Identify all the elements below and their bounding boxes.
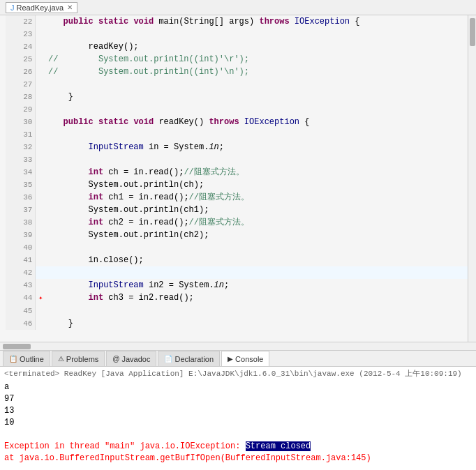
error-marker-cell <box>36 40 45 53</box>
console-line: 13 <box>4 405 472 417</box>
table-row: 38 int ch2 = in.read();//阻塞式方法。 <box>6 216 468 229</box>
tab-javadoc[interactable]: @Javadoc <box>106 351 156 366</box>
code-line <box>45 128 468 141</box>
error-marker: ✦ <box>38 294 43 302</box>
code-line: } <box>45 91 468 103</box>
error-marker-cell <box>36 128 45 141</box>
tab-console[interactable]: ▶Console <box>221 351 269 366</box>
declaration-tab-icon: 📄 <box>164 355 172 363</box>
error-marker-cell <box>36 317 45 330</box>
table-row: 22 public static void main(String[] args… <box>6 15 468 28</box>
table-row: 31 <box>6 128 468 141</box>
table-row: 39 System.out.println(ch2); <box>6 229 468 241</box>
code-line: // System.out.println((int)'\r'); <box>45 53 468 66</box>
line-number: 22 <box>6 15 36 28</box>
code-line <box>45 266 468 279</box>
line-number: 34 <box>6 166 36 179</box>
code-line: int ch2 = in.read();//阻塞式方法。 <box>45 216 468 229</box>
code-line: public static void readKey() throws IOEx… <box>45 116 468 128</box>
line-number: 29 <box>6 103 36 116</box>
error-marker-cell <box>36 166 45 179</box>
error-marker-cell <box>36 15 45 28</box>
code-editor[interactable]: 22 public static void main(String[] args… <box>0 15 468 342</box>
line-number: 38 <box>6 216 36 229</box>
editor-scrollbar-thumb[interactable] <box>3 344 31 349</box>
error-marker-cell <box>36 279 45 291</box>
error-marker-cell <box>36 53 45 66</box>
error-marker-cell <box>36 103 45 116</box>
code-line: System.out.println(ch2); <box>45 229 468 241</box>
problems-tab-label: Problems <box>66 355 98 363</box>
console-line: 97 <box>4 393 472 405</box>
console-line: a <box>4 381 472 393</box>
table-row: 40 <box>6 241 468 254</box>
error-marker-cell <box>36 229 45 241</box>
tab-declaration[interactable]: 📄Declaration <box>158 351 220 366</box>
line-number: 42 <box>6 266 36 279</box>
line-number: 44 <box>6 291 36 305</box>
table-row: 33 <box>6 153 468 166</box>
line-number: 41 <box>6 254 36 266</box>
line-number: 35 <box>6 179 36 191</box>
table-row: 36 int ch1 = in.read();//阻塞式方法。 <box>6 191 468 204</box>
line-number: 27 <box>6 78 36 91</box>
error-marker-cell <box>36 153 45 166</box>
console-line: at java.io.BufferedInputStream.getBufIfO… <box>4 453 472 464</box>
table-row: 24 readKey(); <box>6 40 468 53</box>
editor-horizontal-scrollbar[interactable] <box>0 342 476 350</box>
line-number: 30 <box>6 116 36 128</box>
console-line: 10 <box>4 417 472 429</box>
error-marker-cell <box>36 78 45 91</box>
code-line: } <box>45 317 468 330</box>
table-row: 42 <box>6 266 468 279</box>
scrollbar-thumb[interactable] <box>470 18 475 46</box>
code-line: InputStream in = System.in; <box>45 141 468 153</box>
file-icon: J <box>10 3 15 12</box>
console-line <box>4 429 472 441</box>
line-number: 39 <box>6 229 36 241</box>
code-line: System.out.println(ch1); <box>45 204 468 216</box>
vertical-scrollbar[interactable] <box>468 15 476 342</box>
console-highlight: Stream closed <box>246 441 311 451</box>
console-panel: <terminated> ReadKey [Java Application] … <box>0 367 476 470</box>
line-number: 31 <box>6 128 36 141</box>
error-marker-cell <box>36 28 45 40</box>
console-header: <terminated> ReadKey [Java Application] … <box>4 368 472 380</box>
line-number: 25 <box>6 53 36 66</box>
line-number: 33 <box>6 153 36 166</box>
line-number: 37 <box>6 204 36 216</box>
code-line: int ch3 = in2.read(); <box>45 291 468 305</box>
table-row: 37 System.out.println(ch1); <box>6 204 468 216</box>
code-line <box>45 241 468 254</box>
error-marker-cell <box>36 266 45 279</box>
code-line <box>45 78 468 91</box>
console-tab-icon: ▶ <box>228 355 233 363</box>
code-line <box>45 103 468 116</box>
code-line: System.out.println(ch); <box>45 179 468 191</box>
tab-problems[interactable]: ⚠Problems <box>52 351 105 366</box>
line-number: 45 <box>6 305 36 317</box>
javadoc-tab-icon: @ <box>112 355 119 363</box>
line-number: 36 <box>6 191 36 204</box>
error-marker-cell <box>36 116 45 128</box>
code-line <box>45 305 468 317</box>
error-marker-cell <box>36 91 45 103</box>
close-icon[interactable]: ✕ <box>67 3 73 11</box>
file-tab[interactable]: J ReadKey.java ✕ <box>6 2 77 13</box>
declaration-tab-label: Declaration <box>174 355 214 363</box>
problems-tab-icon: ⚠ <box>58 355 64 363</box>
table-row: 26// System.out.println((int)'\n'); <box>6 66 468 78</box>
error-marker-cell <box>36 305 45 317</box>
error-marker-cell: ✦ <box>36 291 45 305</box>
table-row: 27 <box>6 78 468 91</box>
title-bar: J ReadKey.java ✕ <box>0 0 476 15</box>
error-marker-cell <box>36 216 45 229</box>
line-number: 40 <box>6 241 36 254</box>
error-marker-cell <box>36 141 45 153</box>
error-marker-cell <box>36 241 45 254</box>
tab-outline[interactable]: 📋Outline <box>3 351 50 366</box>
console-line: Exception in thread "main" java.io.IOExc… <box>4 441 472 453</box>
error-marker-cell <box>36 179 45 191</box>
outline-tab-icon: 📋 <box>9 355 17 363</box>
line-number: 26 <box>6 66 36 78</box>
